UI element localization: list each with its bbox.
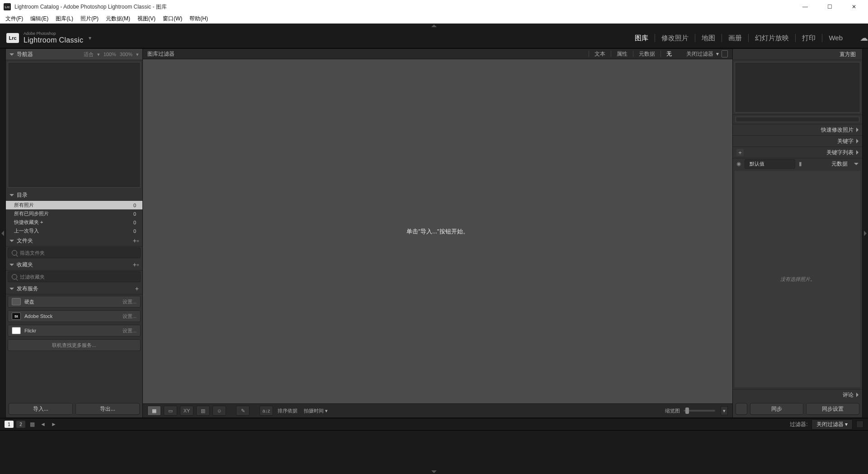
status-filter-label: 过滤器: — [790, 421, 807, 428]
filter-tab-none[interactable]: 无 — [660, 51, 677, 57]
nav-zoom-fit[interactable]: 适合 — [84, 51, 94, 58]
minimize-button[interactable]: — — [795, 0, 816, 14]
publish-setup-link[interactable]: 设置... — [123, 299, 137, 305]
identity-plate: Lrc Adobe Photoshop Lightroom Classic ▾ … — [0, 28, 868, 48]
module-web[interactable]: Web — [822, 34, 849, 42]
menu-edit[interactable]: 编辑(E) — [28, 14, 51, 24]
module-slideshow[interactable]: 幻灯片放映 — [748, 34, 795, 42]
publish-title: 发布服务 — [17, 285, 38, 293]
people-view-button[interactable]: ☺ — [212, 406, 226, 416]
loupe-view-button[interactable]: ▭ — [164, 406, 177, 416]
collections-filter-input[interactable]: 过滤收藏夹 — [8, 271, 141, 282]
filter-tab-text[interactable]: 文本 — [589, 51, 611, 57]
folders-filter-input[interactable]: 筛选文件夹 — [8, 247, 141, 258]
survey-view-button[interactable]: ▥ — [196, 406, 210, 416]
module-map[interactable]: 地图 — [695, 34, 722, 42]
comments-header[interactable]: 评论 — [733, 389, 862, 400]
menu-metadata[interactable]: 元数据(M) — [103, 14, 133, 24]
filter-switch-icon[interactable] — [856, 421, 863, 428]
toolbar-options-button[interactable]: ▾ — [721, 406, 728, 415]
import-button[interactable]: 导入... — [9, 403, 73, 415]
right-panel-toggle[interactable] — [863, 48, 868, 418]
library-filter-bar: 图库过滤器 文本 属性 元数据 无 关闭过滤器▾ — [143, 49, 732, 59]
histogram-header[interactable]: 直方图 — [733, 49, 862, 60]
filmstrip[interactable] — [0, 430, 868, 469]
quick-develop-header[interactable]: 快速修改照片 — [733, 124, 862, 135]
publish-setup-link[interactable]: 设置... — [123, 313, 137, 320]
module-develop[interactable]: 修改照片 — [655, 34, 695, 42]
sort-field-dropdown[interactable]: 拍摄时间 ▾ — [304, 408, 328, 414]
catalog-title: 目录 — [17, 191, 28, 199]
identity-menu-caret[interactable]: ▾ — [89, 35, 91, 41]
module-book[interactable]: 画册 — [722, 34, 748, 42]
menu-window[interactable]: 窗口(W) — [160, 14, 185, 24]
nav-forward-icon[interactable]: ► — [50, 421, 58, 427]
publish-setup-link[interactable]: 设置... — [123, 327, 137, 334]
left-panel-toggle[interactable] — [0, 48, 5, 418]
menu-library[interactable]: 图库(L) — [53, 14, 76, 24]
menu-file[interactable]: 文件(F) — [3, 14, 26, 24]
publish-header[interactable]: 发布服务 + — [6, 283, 142, 294]
metadata-target-icon[interactable]: ▮ — [799, 161, 802, 167]
catalog-synced-photos[interactable]: 所有已同步照片0 — [6, 209, 142, 218]
sort-direction-button[interactable]: a↓z — [259, 406, 273, 416]
catalog-header[interactable]: 目录 — [6, 190, 142, 201]
sync-button[interactable]: 同步 — [750, 403, 803, 415]
second-window-button[interactable]: 2 — [16, 421, 25, 428]
catalog-previous-import[interactable]: 上一次导入0 — [6, 227, 142, 235]
menu-view[interactable]: 视图(V) — [135, 14, 158, 24]
navigator-preview[interactable] — [8, 62, 141, 188]
thumbnail-size-slider[interactable] — [684, 410, 715, 412]
keyword-list-header[interactable]: + 关键字列表 — [733, 147, 862, 158]
nav-zoom-100[interactable]: 100% — [104, 52, 116, 57]
menu-photo[interactable]: 照片(P) — [78, 14, 101, 24]
sync-settings-button[interactable]: 同步设置 — [806, 403, 859, 415]
catalog-quick-collection[interactable]: 快捷收藏夹 +0 — [6, 218, 142, 227]
main-window-button[interactable]: 1 — [5, 421, 14, 428]
collections-add-button[interactable]: +▫ — [133, 261, 139, 268]
catalog-all-photos[interactable]: 所有照片0 — [6, 201, 142, 209]
metadata-header[interactable]: ◉ 默认值 ▮ 元数据 — [733, 158, 862, 169]
collections-header[interactable]: 收藏夹 +▫ — [6, 259, 142, 270]
brand-main: Lightroom Classic — [24, 36, 83, 44]
metadata-preset-dropdown[interactable]: 默认值 — [745, 159, 795, 169]
bottom-panel-toggle[interactable] — [0, 469, 868, 474]
filter-tab-attribute[interactable]: 属性 — [611, 51, 633, 57]
publish-flickr[interactable]: Flickr 设置... — [8, 325, 141, 337]
top-panel-toggle[interactable] — [0, 24, 868, 28]
metadata-eye-icon[interactable]: ◉ — [736, 161, 741, 167]
right-panel: 直方图 快速修改照片 关键字 + 关键字列表 ◉ 默认值 ▮ 元数据 — [732, 48, 863, 418]
publish-harddrive[interactable]: 硬盘 设置... — [8, 296, 141, 308]
painter-tool-button[interactable]: ✎ — [236, 406, 250, 416]
menu-help[interactable]: 帮助(H) — [187, 14, 211, 24]
folders-add-button[interactable]: +▫ — [133, 237, 139, 244]
nav-back-icon[interactable]: ◄ — [39, 421, 47, 427]
navigator-header[interactable]: 导航器 适合▾ 100% 300%▾ — [6, 49, 142, 60]
status-filter-dropdown[interactable]: 关闭过滤器 ▾ — [811, 419, 853, 430]
publish-adobe-stock[interactable]: St Adobe Stock 设置... — [8, 310, 141, 322]
search-icon — [12, 250, 17, 256]
compare-view-button[interactable]: XY — [180, 406, 193, 416]
filter-preset-dropdown[interactable]: 关闭过滤器 — [686, 50, 713, 58]
folders-header[interactable]: 文件夹 +▫ — [6, 235, 142, 246]
left-panel: 导航器 适合▾ 100% 300%▾ 目录 所有照片0 所有已同步照片0 快捷收… — [5, 48, 143, 418]
grid-shortcut-icon[interactable]: ▦ — [28, 421, 36, 427]
export-button[interactable]: 导出... — [75, 403, 140, 415]
maximize-button[interactable]: ☐ — [819, 0, 840, 14]
nav-zoom-300[interactable]: 300% — [120, 52, 132, 57]
sync-switch-button[interactable] — [736, 403, 747, 415]
folders-title: 文件夹 — [17, 237, 33, 245]
navigator-title: 导航器 — [17, 51, 33, 58]
filter-lock-icon[interactable] — [722, 50, 728, 57]
keyword-add-button[interactable]: + — [736, 149, 744, 156]
cloud-sync-icon[interactable]: ☁ — [860, 33, 868, 43]
publish-add-button[interactable]: + — [135, 285, 139, 292]
module-library[interactable]: 图库 — [628, 34, 655, 42]
grid-view-button[interactable]: ▦ — [147, 406, 161, 416]
keywording-header[interactable]: 关键字 — [733, 135, 862, 147]
module-print[interactable]: 打印 — [795, 34, 822, 42]
publish-find-more[interactable]: 联机查找更多服务... — [8, 339, 141, 351]
sort-by-label: 排序依据 — [278, 408, 297, 414]
close-button[interactable]: ✕ — [844, 0, 864, 14]
filter-tab-metadata[interactable]: 元数据 — [633, 51, 660, 57]
